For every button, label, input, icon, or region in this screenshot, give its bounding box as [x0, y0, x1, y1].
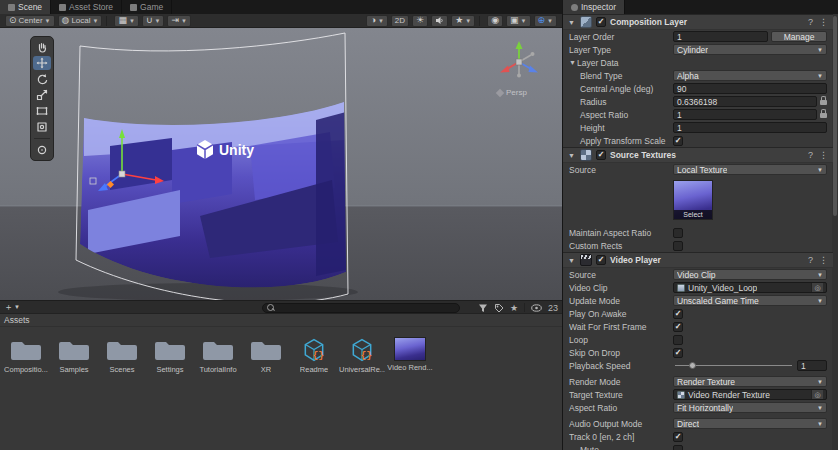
- manage-button[interactable]: Manage: [771, 31, 827, 42]
- skip-on-drop-checkbox[interactable]: ✓: [673, 348, 683, 358]
- target-texture-object-field[interactable]: Video Render Texture ◎: [673, 389, 827, 400]
- create-asset-button[interactable]: ＋ ▼: [4, 301, 20, 314]
- kebab-menu-icon[interactable]: ⋮: [819, 255, 828, 265]
- source-textures-header[interactable]: ▼ ✓ Source Textures ? ⋮: [563, 147, 833, 163]
- project-item-tutorialinfo[interactable]: TutorialInfo: [194, 337, 242, 445]
- tab-asset-store[interactable]: Asset Store: [51, 0, 122, 14]
- select-texture-button[interactable]: Select: [674, 210, 712, 219]
- video-clip-object-field[interactable]: Unity_Video_Loop ◎: [673, 282, 827, 293]
- central-angle-field[interactable]: 90: [673, 83, 827, 94]
- orientation-button[interactable]: ◍ Local ▼: [58, 15, 103, 27]
- video-player-header[interactable]: ▼ ✓ Video Player ? ⋮: [563, 252, 833, 268]
- layer-order-field[interactable]: 1: [673, 31, 768, 42]
- tab-game[interactable]: Game: [122, 0, 172, 14]
- loop-checkbox[interactable]: [673, 335, 683, 345]
- project-item-readme[interactable]: {} Readme: [290, 337, 338, 445]
- custom-rects-checkbox[interactable]: [673, 241, 683, 251]
- apply-transform-scale-checkbox[interactable]: ✓: [673, 136, 683, 146]
- snap-increment-button[interactable]: ⇥ ▼: [167, 15, 191, 27]
- play-on-awake-checkbox[interactable]: ✓: [673, 309, 683, 319]
- radius-field[interactable]: 0.6366198: [673, 96, 817, 107]
- component-enabled-checkbox[interactable]: ✓: [596, 150, 606, 160]
- mute-checkbox[interactable]: [673, 445, 683, 450]
- help-icon[interactable]: ?: [808, 150, 813, 160]
- help-icon[interactable]: ?: [808, 255, 813, 265]
- slider-thumb[interactable]: [689, 362, 696, 369]
- track-0-checkbox[interactable]: ✓: [673, 432, 683, 442]
- row-layer-data[interactable]: ▼ Layer Data: [563, 56, 833, 69]
- project-item-universalre[interactable]: {} UniversalRe...: [338, 337, 386, 445]
- row-wait-first-frame: Wait For First Frame ✓: [563, 320, 833, 333]
- audio-toggle-button[interactable]: [431, 15, 448, 27]
- project-breadcrumb[interactable]: Assets: [0, 314, 562, 327]
- view-tool-button[interactable]: [33, 40, 51, 54]
- camera-target-button[interactable]: ⊕ ▼: [534, 15, 558, 27]
- foldout-icon[interactable]: ▼: [568, 152, 576, 159]
- custom-tool-button[interactable]: [33, 143, 51, 157]
- tab-scene[interactable]: Scene: [0, 0, 51, 14]
- foldout-icon[interactable]: ▼: [568, 19, 576, 26]
- height-field[interactable]: 1: [673, 122, 827, 133]
- project-item-xr[interactable]: XR: [242, 337, 290, 445]
- aspect-ratio-field[interactable]: 1: [673, 109, 817, 120]
- lighting-toggle-button[interactable]: ☀: [412, 15, 428, 27]
- rotate-tool-button[interactable]: [33, 72, 51, 86]
- filter-label-icon[interactable]: [494, 303, 504, 313]
- lock-icon[interactable]: [820, 113, 827, 118]
- filter-type-icon[interactable]: [478, 303, 488, 313]
- row-layer-order: Layer Order 1 Manage: [563, 30, 833, 43]
- foldout-icon[interactable]: ▼: [569, 59, 577, 66]
- object-picker-icon[interactable]: ◎: [811, 390, 823, 399]
- foldout-icon[interactable]: ▼: [568, 257, 576, 264]
- pivot-mode-button[interactable]: ⊙ Center ▼: [5, 15, 55, 27]
- audio-output-mode-dropdown[interactable]: Direct ▼: [673, 418, 827, 429]
- projection-label[interactable]: Persp: [497, 88, 527, 97]
- render-mode-dropdown[interactable]: Render Texture ▼: [673, 376, 827, 387]
- rect-tool-button[interactable]: [33, 104, 51, 118]
- hidden-objects-button[interactable]: ◉: [487, 15, 503, 27]
- texture-source-dropdown[interactable]: Local Texture ▼: [673, 164, 827, 175]
- blend-type-dropdown[interactable]: Alpha ▼: [673, 70, 827, 81]
- shading-mode-button[interactable]: ◑ ▼: [366, 15, 387, 27]
- transform-icon: [36, 121, 48, 133]
- composition-layer-header[interactable]: ▼ ✓ Composition Layer ? ⋮: [563, 14, 833, 30]
- kebab-menu-icon[interactable]: ⋮: [819, 17, 828, 27]
- texture-preview[interactable]: Select: [673, 180, 713, 220]
- grid-visibility-button[interactable]: ▦ ▼: [114, 15, 138, 27]
- hidden-packages-eye-icon[interactable]: [531, 304, 542, 312]
- lock-icon[interactable]: [820, 100, 827, 105]
- component-enabled-checkbox[interactable]: ✓: [596, 255, 606, 265]
- wait-first-frame-checkbox[interactable]: ✓: [673, 322, 683, 332]
- rotate-icon: [36, 73, 48, 85]
- layer-type-dropdown[interactable]: Cylinder ▼: [673, 44, 827, 55]
- maintain-aspect-checkbox[interactable]: [673, 228, 683, 238]
- project-item-compositio[interactable]: Compositio...: [2, 337, 50, 445]
- scale-tool-button[interactable]: [33, 88, 51, 102]
- project-search-input[interactable]: [262, 303, 460, 313]
- project-item-video-render[interactable]: Video Rend...: [386, 337, 434, 445]
- effects-toggle-button[interactable]: ★ ▼: [451, 15, 475, 27]
- playback-speed-field[interactable]: 1: [797, 360, 827, 371]
- update-mode-dropdown[interactable]: Unscaled Game Time ▼: [673, 295, 827, 306]
- scene-viewport[interactable]: Unity: [0, 28, 562, 300]
- scrollbar-thumb[interactable]: [833, 16, 837, 216]
- project-item-scenes[interactable]: Scenes: [98, 337, 146, 445]
- kebab-menu-icon[interactable]: ⋮: [819, 150, 828, 160]
- move-tool-button[interactable]: [33, 56, 51, 70]
- help-icon[interactable]: ?: [808, 17, 813, 27]
- divider: [34, 138, 50, 141]
- project-item-settings[interactable]: Settings: [146, 337, 194, 445]
- component-enabled-checkbox[interactable]: ✓: [596, 17, 606, 27]
- hand-icon: [36, 41, 48, 53]
- save-search-icon[interactable]: ★: [510, 303, 518, 313]
- transform-tool-button[interactable]: [33, 120, 51, 134]
- aspect-ratio-dropdown[interactable]: Fit Horizontally ▼: [673, 402, 827, 413]
- video-source-dropdown[interactable]: Video Clip ▼: [673, 269, 827, 280]
- snap-toggle-button[interactable]: ∪ ▼: [142, 15, 165, 27]
- project-item-samples[interactable]: Samples: [50, 337, 98, 445]
- toggle-2d-button[interactable]: 2D: [391, 15, 409, 27]
- playback-speed-slider[interactable]: [673, 360, 794, 371]
- gizmos-button[interactable]: ▣ ▼: [506, 15, 530, 27]
- tab-inspector[interactable]: Inspector: [563, 0, 625, 14]
- object-picker-icon[interactable]: ◎: [811, 283, 823, 292]
